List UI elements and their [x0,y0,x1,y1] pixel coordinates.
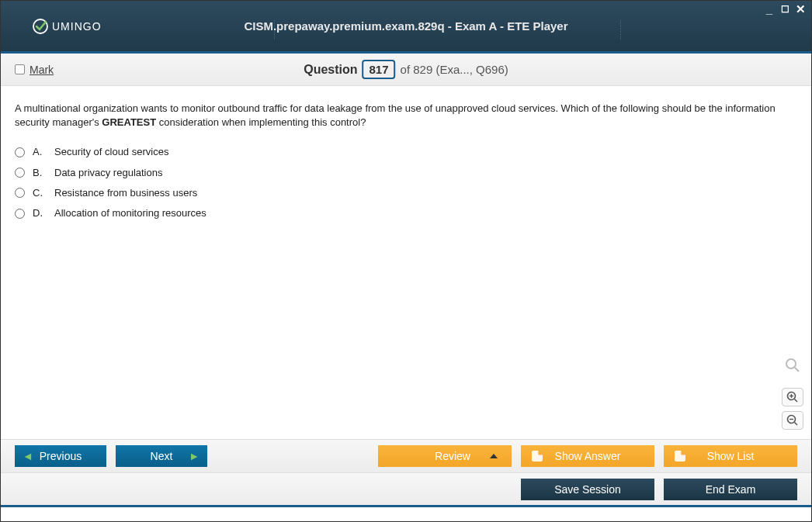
nav-footer: ◄ Previous Next ► Review Show Answer Sho… [1,439,811,473]
puzzle-icon [675,451,685,462]
option-text: Security of cloud services [54,145,168,159]
option-b[interactable]: B. Data privacy regulations [15,163,797,183]
review-label: Review [435,450,470,462]
arrow-left-icon: ◄ [23,450,33,462]
option-letter: A. [33,145,47,159]
option-text: Resistance from business users [54,186,197,200]
logo-check-icon [32,18,49,35]
next-button[interactable]: Next ► [116,445,207,467]
previous-label: Previous [40,450,82,462]
show-answer-button[interactable]: Show Answer [521,445,654,467]
question-text-post: consideration when implementing this con… [156,116,366,128]
show-list-button[interactable]: Show List [664,445,797,467]
title-bar: UMINGO CISM.prepaway.premium.exam.829q -… [1,1,811,54]
zoom-tools [782,357,803,430]
window-title: CISM.prepaway.premium.exam.829q - Exam A… [244,19,567,33]
option-c[interactable]: C. Resistance from business users [15,183,797,203]
question-bar: Mark Question 817 of 829 (Exa..., Q696) [1,54,811,86]
svg-line-8 [795,423,798,426]
next-label: Next [151,450,173,462]
logo-text: UMINGO [52,20,102,33]
puzzle-icon [532,451,543,462]
mark-checkbox[interactable] [15,64,25,74]
search-icon[interactable] [785,357,800,379]
session-footer: Save Session End Exam [1,473,811,507]
svg-point-1 [786,359,796,368]
review-button[interactable]: Review [378,445,512,467]
question-content: A multinational organization wants to mo… [1,86,811,439]
zoom-in-icon[interactable] [782,388,803,406]
zoom-out-icon[interactable] [782,411,803,430]
title-divider [620,20,621,40]
previous-button[interactable]: ◄ Previous [15,445,106,467]
end-exam-button[interactable]: End Exam [664,479,797,500]
logo: UMINGO [32,18,102,35]
save-session-label: Save Session [554,483,621,496]
option-letter: B. [33,166,47,180]
save-session-button[interactable]: Save Session [521,479,654,500]
maximize-icon[interactable]: ☐ [779,4,791,15]
radio-icon[interactable] [15,188,25,198]
option-text: Allocation of monitoring resources [54,206,206,220]
end-exam-label: End Exam [706,483,756,496]
radio-icon[interactable] [15,209,25,219]
option-d[interactable]: D. Allocation of monitoring resources [15,203,797,223]
option-letter: C. [33,186,47,200]
mark-control[interactable]: Mark [15,64,54,76]
show-answer-label: Show Answer [555,450,621,462]
question-position: Question 817 of 829 (Exa..., Q696) [304,60,508,79]
question-number[interactable]: 817 [363,60,396,79]
window-controls: _ ☐ ✕ [763,4,807,15]
option-a[interactable]: A. Security of cloud services [15,142,797,162]
svg-line-4 [795,399,798,403]
radio-icon[interactable] [15,147,25,157]
question-text: A multinational organization wants to mo… [15,102,797,130]
triangle-up-icon [490,454,498,458]
show-list-label: Show List [707,450,755,462]
svg-line-2 [795,368,799,372]
minimize-icon[interactable]: _ [763,4,776,15]
question-of-text: of 829 (Exa..., Q696) [401,63,508,76]
mark-label[interactable]: Mark [29,64,54,76]
option-letter: D. [33,206,47,220]
question-label: Question [304,63,357,77]
radio-icon[interactable] [15,168,25,178]
question-text-bold: GREATEST [102,116,156,128]
option-text: Data privacy regulations [54,166,162,180]
arrow-right-icon: ► [189,450,200,462]
close-icon[interactable]: ✕ [794,4,807,15]
